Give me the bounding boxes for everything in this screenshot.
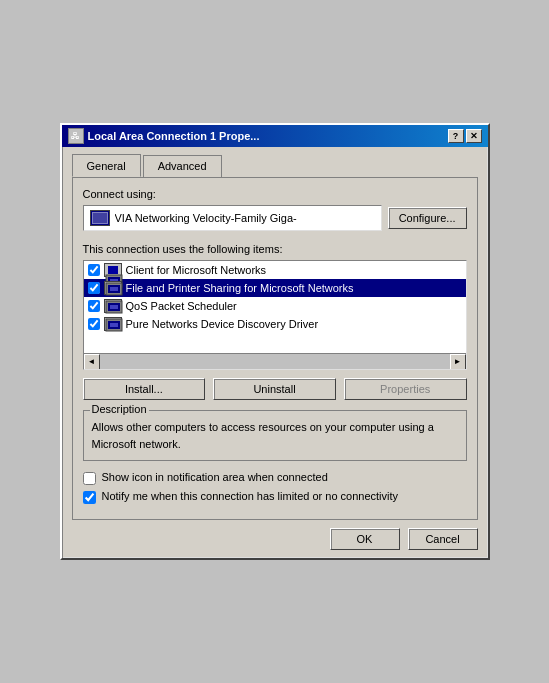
- list-item-text-qos: QoS Packet Scheduler: [126, 300, 237, 312]
- properties-button[interactable]: Properties: [344, 378, 467, 400]
- show-icon-label: Show icon in notification area when conn…: [102, 471, 328, 483]
- checkboxes-section: Show icon in notification area when conn…: [83, 471, 467, 504]
- svg-rect-5: [110, 287, 118, 291]
- checkbox-row-notify: Notify me when this connection has limit…: [83, 490, 467, 504]
- items-label: This connection uses the following items…: [83, 243, 467, 255]
- list-item-checkbox-qos[interactable]: [88, 300, 100, 312]
- adapter-row: VIA Networking Velocity-Family Giga- Con…: [83, 205, 467, 231]
- install-button[interactable]: Install...: [83, 378, 206, 400]
- tab-bar: General Advanced: [72, 155, 478, 177]
- driver-icon: [104, 317, 122, 331]
- network-icon: [104, 263, 122, 277]
- notify-label: Notify me when this connection has limit…: [102, 490, 399, 502]
- list-item-pure[interactable]: Pure Networks Device Discovery Driver: [84, 315, 466, 333]
- description-text: Allows other computers to access resourc…: [92, 419, 458, 452]
- adapter-name: VIA Networking Velocity-Family Giga-: [115, 212, 297, 224]
- scheduler-icon: [104, 299, 122, 313]
- description-label: Description: [90, 403, 149, 415]
- list-item-text-pure: Pure Networks Device Discovery Driver: [126, 318, 319, 330]
- action-buttons-row: Install... Uninstall Properties: [83, 378, 467, 400]
- title-buttons: ? ✕: [448, 129, 482, 143]
- ok-button[interactable]: OK: [330, 528, 400, 550]
- list-item-filesharing[interactable]: File and Printer Sharing for Microsoft N…: [84, 279, 466, 297]
- items-list[interactable]: Client for Microsoft Networks File and P…: [84, 261, 466, 353]
- list-item-qos[interactable]: QoS Packet Scheduler: [84, 297, 466, 315]
- window-title: Local Area Connection 1 Prope...: [88, 130, 260, 142]
- svg-rect-11: [110, 323, 118, 327]
- list-item-text-filesharing: File and Printer Sharing for Microsoft N…: [126, 282, 354, 294]
- svg-rect-8: [110, 305, 118, 309]
- title-bar-left: 🖧 Local Area Connection 1 Prope...: [68, 128, 260, 144]
- show-icon-checkbox[interactable]: [83, 472, 96, 485]
- description-group: Description Allows other computers to ac…: [83, 410, 467, 461]
- notify-checkbox[interactable]: [83, 491, 96, 504]
- items-list-container: Client for Microsoft Networks File and P…: [83, 260, 467, 370]
- tab-general[interactable]: General: [72, 154, 141, 177]
- cancel-button[interactable]: Cancel: [408, 528, 478, 550]
- dialog-window: 🖧 Local Area Connection 1 Prope... ? ✕ G…: [60, 123, 490, 560]
- checkbox-row-show-icon: Show icon in notification area when conn…: [83, 471, 467, 485]
- title-bar: 🖧 Local Area Connection 1 Prope... ? ✕: [62, 125, 488, 147]
- help-button[interactable]: ?: [448, 129, 464, 143]
- close-button[interactable]: ✕: [466, 129, 482, 143]
- connect-using-label: Connect using:: [83, 188, 467, 200]
- configure-button[interactable]: Configure...: [388, 207, 467, 229]
- list-item-client[interactable]: Client for Microsoft Networks: [84, 261, 466, 279]
- tab-content-general: Connect using: VIA Networking Velocity-F…: [72, 177, 478, 520]
- adapter-box: VIA Networking Velocity-Family Giga-: [83, 205, 382, 231]
- list-item-checkbox-client[interactable]: [88, 264, 100, 276]
- list-item-text-client: Client for Microsoft Networks: [126, 264, 267, 276]
- printer-icon: [104, 281, 122, 295]
- list-item-checkbox-filesharing[interactable]: [88, 282, 100, 294]
- window-icon: 🖧: [68, 128, 84, 144]
- adapter-icon: [90, 210, 110, 226]
- bottom-buttons: OK Cancel: [62, 520, 488, 558]
- tab-advanced[interactable]: Advanced: [143, 155, 222, 177]
- uninstall-button[interactable]: Uninstall: [213, 378, 336, 400]
- list-item-checkbox-pure[interactable]: [88, 318, 100, 330]
